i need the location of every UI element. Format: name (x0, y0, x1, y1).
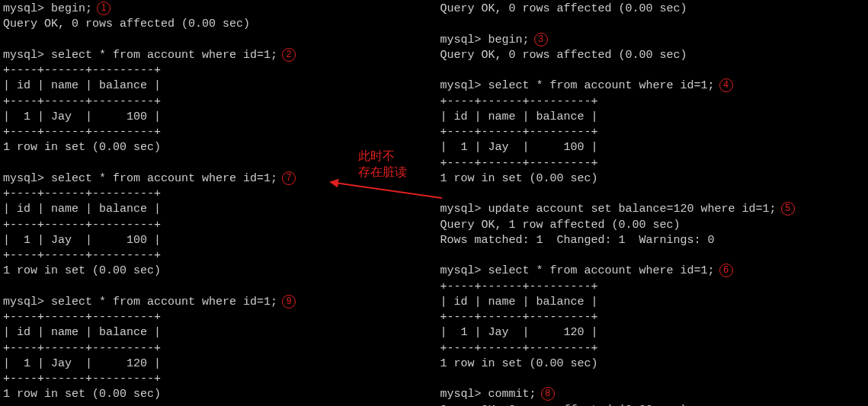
right-output-line: Query OK, 1 row affected (0.00 sec) (440, 218, 866, 233)
mysql-prompt: mysql> (3, 49, 44, 62)
right-output-line: +----+------+---------+ (440, 280, 866, 295)
step-marker-4: 4 (719, 78, 733, 92)
mysql-prompt: mysql> (440, 388, 482, 401)
left-output-line: +----+------+---------+ (3, 218, 431, 233)
step-marker-5: 5 (781, 202, 795, 216)
mysql-prompt: mysql> (3, 296, 44, 308)
right-output-line: +----+------+---------+ (440, 310, 866, 325)
left-blank-line (3, 280, 431, 295)
left-output-line: +----+------+---------+ (3, 187, 431, 202)
right-output-line: 1 row in set (0.00 sec) (440, 356, 866, 372)
left-output-line: +----+------+---------+ (3, 372, 431, 387)
left-command-line: mysql> select * from account where id=1;… (3, 48, 431, 63)
mysql-prompt: mysql> (440, 203, 482, 216)
right-output-line: Query OK, 0 rows affected (0.00 sec) (440, 2, 866, 17)
mysql-prompt: mysql> (440, 34, 482, 46)
left-output-line: Query OK, 0 rows affected (0.00 sec) (3, 17, 431, 32)
command-text: select * from account where id=1; (482, 79, 715, 92)
left-output-line: +----+------+---------+ (3, 94, 431, 110)
left-output-line: | id | name | balance | (3, 325, 431, 340)
right-command-line: mysql> select * from account where id=1;… (440, 264, 866, 279)
left-command-line: mysql> begin;1 (3, 2, 431, 17)
command-text: select * from account where id=1; (44, 296, 277, 308)
right-output-line: Query OK, 0 rows affected (0.00 sec) (440, 403, 866, 407)
left-output-line: +----+------+---------+ (3, 63, 431, 78)
right-blank-line (440, 187, 866, 202)
right-output-line: | 1 | Jay | 100 | (440, 140, 866, 155)
left-output-line: +----+------+---------+ (3, 341, 431, 356)
right-output-line: +----+------+---------+ (440, 156, 866, 171)
left-output-line: | 1 | Jay | 120 | (3, 356, 431, 372)
right-output-line: | 1 | Jay | 120 | (440, 325, 866, 340)
step-marker-9: 9 (282, 295, 296, 308)
right-command-line: mysql> select * from account where id=1;… (440, 78, 866, 94)
step-marker-1: 1 (97, 2, 111, 15)
left-output-line: +----+------+---------+ (3, 310, 431, 325)
left-output-line: 1 row in set (0.00 sec) (3, 264, 431, 279)
right-command-line: mysql> commit;8 (440, 387, 866, 402)
left-output-line: +----+------+---------+ (3, 125, 431, 140)
right-output-line: Query OK, 0 rows affected (0.00 sec) (440, 48, 866, 63)
step-marker-6: 6 (719, 264, 733, 277)
right-command-line: mysql> begin;3 (440, 33, 866, 48)
terminal-right-pane[interactable]: Query OK, 0 rows affected (0.00 sec) mys… (434, 0, 869, 406)
terminal-left-pane[interactable]: mysql> begin;1Query OK, 0 rows affected … (0, 0, 434, 406)
right-output-line: Rows matched: 1 Changed: 1 Warnings: 0 (440, 233, 866, 248)
step-marker-7: 7 (282, 171, 296, 185)
command-text: begin; (44, 2, 92, 15)
right-output-line: 1 row in set (0.00 sec) (440, 171, 866, 187)
command-text: commit; (482, 388, 536, 401)
mysql-prompt: mysql> (3, 2, 44, 15)
command-text: select * from account where id=1; (482, 264, 715, 277)
step-marker-3: 3 (534, 33, 548, 46)
right-output-line: +----+------+---------+ (440, 341, 866, 356)
command-text: select * from account where id=1; (44, 49, 277, 62)
command-text: update account set balance=120 where id=… (482, 203, 777, 216)
right-blank-line (440, 372, 866, 387)
mysql-prompt: mysql> (440, 79, 482, 92)
left-output-line: | id | name | balance | (3, 202, 431, 217)
step-marker-2: 2 (282, 48, 296, 62)
right-output-line: +----+------+---------+ (440, 125, 866, 140)
left-output-line: 1 row in set (0.00 sec) (3, 387, 431, 402)
left-output-line: +----+------+---------+ (3, 248, 431, 264)
right-output-line: | id | name | balance | (440, 110, 866, 125)
left-command-line: mysql> select * from account where id=1;… (3, 295, 431, 310)
mysql-prompt: mysql> (3, 172, 44, 185)
mysql-prompt: mysql> (440, 264, 482, 277)
left-blank-line (3, 33, 431, 48)
command-text: begin; (482, 34, 530, 46)
left-output-line: | id | name | balance | (3, 78, 431, 94)
left-output-line: | 1 | Jay | 100 | (3, 233, 431, 248)
right-output-line: +----+------+---------+ (440, 94, 866, 110)
right-blank-line (440, 63, 866, 78)
right-command-line: mysql> update account set balance=120 wh… (440, 202, 866, 217)
command-text: select * from account where id=1; (44, 172, 277, 185)
right-blank-line (440, 17, 866, 32)
step-marker-8: 8 (541, 387, 555, 401)
right-blank-line (440, 248, 866, 264)
left-output-line: | 1 | Jay | 100 | (3, 110, 431, 125)
annotation-text: 此时不 存在脏读 (358, 149, 407, 181)
right-output-line: | id | name | balance | (440, 295, 866, 310)
